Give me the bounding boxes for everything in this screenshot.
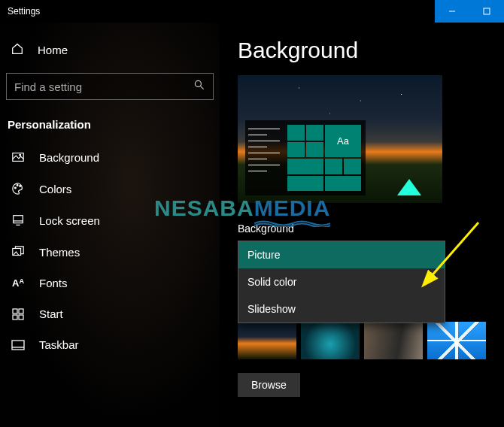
sidebar-item-start[interactable]: Start bbox=[6, 298, 214, 329]
dropdown-option-picture[interactable]: Picture bbox=[238, 241, 445, 268]
svg-point-8 bbox=[20, 186, 21, 187]
maximize-button[interactable] bbox=[469, 0, 504, 23]
background-preview: Aa bbox=[238, 75, 442, 203]
start-icon bbox=[11, 308, 26, 320]
fonts-icon: AA bbox=[11, 277, 26, 289]
lockscreen-icon bbox=[11, 214, 26, 227]
search-icon bbox=[193, 79, 205, 94]
sidebar-item-label: Themes bbox=[39, 246, 80, 259]
window-title: Settings bbox=[8, 6, 40, 17]
preview-overlay: Aa bbox=[245, 120, 366, 195]
sidebar-category-title: Personalization bbox=[6, 115, 214, 141]
recent-image-thumb[interactable] bbox=[364, 322, 423, 359]
minimize-button[interactable] bbox=[435, 0, 469, 23]
recent-image-thumb[interactable] bbox=[427, 322, 486, 359]
svg-rect-16 bbox=[19, 315, 23, 319]
svg-rect-9 bbox=[14, 216, 23, 223]
background-field-label: Background bbox=[238, 223, 486, 235]
dropdown-option-slideshow[interactable]: Slideshow bbox=[238, 295, 445, 323]
sidebar-item-background[interactable]: Background bbox=[6, 141, 214, 173]
sidebar-item-themes[interactable]: Themes bbox=[6, 236, 214, 268]
svg-rect-1 bbox=[484, 8, 490, 14]
recent-images-row bbox=[238, 322, 486, 359]
sidebar: Home Personalization Background bbox=[0, 23, 220, 427]
search-input[interactable] bbox=[14, 80, 193, 93]
search-input-container[interactable] bbox=[6, 73, 214, 100]
sidebar-item-label: Taskbar bbox=[39, 338, 79, 351]
sidebar-home[interactable]: Home bbox=[6, 36, 214, 70]
taskbar-icon bbox=[11, 340, 26, 350]
svg-point-2 bbox=[195, 80, 201, 86]
themes-icon bbox=[11, 245, 26, 259]
dropdown-option-solid-color[interactable]: Solid color bbox=[238, 268, 445, 295]
image-icon bbox=[11, 150, 26, 164]
svg-line-3 bbox=[201, 86, 204, 89]
page-title: Background bbox=[238, 38, 486, 63]
recent-image-thumb[interactable] bbox=[238, 322, 296, 359]
svg-rect-14 bbox=[19, 309, 23, 313]
background-dropdown[interactable]: Picture Solid color Slideshow bbox=[238, 241, 445, 323]
svg-point-5 bbox=[20, 154, 21, 156]
sidebar-item-lockscreen[interactable]: Lock screen bbox=[6, 204, 214, 236]
recent-image-thumb[interactable] bbox=[301, 322, 360, 359]
sidebar-item-label: Start bbox=[39, 307, 63, 320]
sample-text-tile: Aa bbox=[325, 125, 361, 157]
svg-point-6 bbox=[15, 187, 17, 189]
sidebar-item-label: Colors bbox=[39, 183, 71, 195]
sidebar-item-label: Fonts bbox=[39, 277, 68, 289]
main-panel: Background Aa Background bbox=[220, 23, 504, 427]
svg-rect-15 bbox=[13, 315, 17, 319]
sidebar-item-taskbar[interactable]: Taskbar bbox=[6, 329, 214, 360]
svg-rect-17 bbox=[12, 341, 24, 350]
sidebar-home-label: Home bbox=[38, 44, 68, 56]
sidebar-item-colors[interactable]: Colors bbox=[6, 173, 214, 204]
sidebar-item-label: Lock screen bbox=[39, 214, 100, 227]
sidebar-item-label: Background bbox=[39, 151, 99, 164]
svg-point-7 bbox=[17, 185, 18, 186]
palette-icon bbox=[11, 182, 26, 195]
sidebar-item-fonts[interactable]: AA Fonts bbox=[6, 268, 214, 298]
browse-button[interactable]: Browse bbox=[238, 373, 300, 397]
home-icon bbox=[11, 42, 24, 58]
svg-rect-13 bbox=[13, 309, 17, 313]
